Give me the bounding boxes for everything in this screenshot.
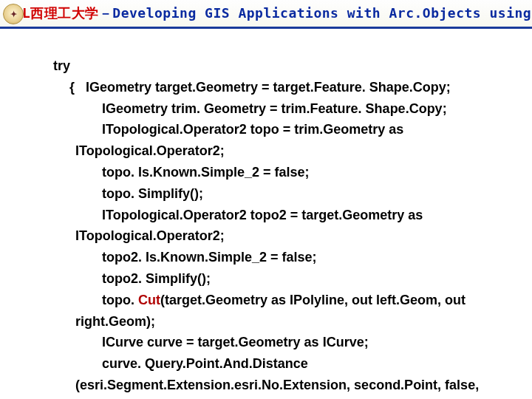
course-title: Developing GIS Applications with Arc.Obj…	[112, 5, 532, 21]
code-text: ITopological.Operator2;	[75, 143, 225, 158]
code-line: try	[53, 55, 526, 77]
code-text: (esri.Segment.Extension.esri.No.Extensio…	[75, 378, 479, 392]
code-line: ITopological.Operator2;	[75, 140, 526, 162]
code-line: ICurve curve = target.Geometry as ICurve…	[75, 332, 526, 353]
code-text: IGeometry target.Geometry = target.Featu…	[86, 80, 451, 95]
code-text: topo. Simplify();	[102, 186, 203, 201]
code-text: topo.	[102, 293, 138, 307]
code-text: ITopological.Operator2 topo2 = target.Ge…	[102, 208, 423, 222]
code-text: ICurve curve = target.Geometry as ICurve…	[102, 335, 369, 349]
code-text: ITopological.Operator2;	[75, 228, 225, 243]
university-logo: ✦	[3, 4, 24, 24]
try-keyword: try	[53, 58, 70, 73]
code-line: right.Geom);	[75, 311, 526, 332]
code-content: try { IGeometry target.Geometry = target…	[0, 29, 532, 396]
code-text: right.Geom);	[75, 314, 155, 329]
code-line: curve. Query.Point.And.Distance	[75, 353, 526, 375]
code-line: topo. Is.Known.Simple_2 = false;	[75, 162, 526, 183]
code-line: { IGeometry target.Geometry = target.Fea…	[86, 77, 526, 98]
code-text: topo2. Is.Known.Simple_2 = false;	[102, 250, 317, 265]
code-line: topo2. Is.Known.Simple_2 = false;	[75, 247, 526, 268]
code-line: topo. Cut(target.Geometry as IPolyline, …	[75, 290, 526, 311]
separator: －	[99, 5, 113, 21]
code-text: ITopological.Operator2 topo = trim.Geome…	[102, 122, 403, 137]
code-text: topo. Is.Known.Simple_2 = false;	[102, 165, 310, 180]
open-brace: {	[69, 80, 75, 95]
header-bar: ✦ L西理工大学－Developing GIS Applications wit…	[0, 0, 532, 29]
header-title: L西理工大学－Developing GIS Applications with …	[22, 4, 532, 22]
code-text: topo2. Simplify();	[102, 271, 211, 286]
code-line: IGeometry trim. Geometry = trim.Feature.…	[75, 98, 526, 120]
cut-method: Cut	[138, 293, 160, 307]
code-line: topo2. Simplify();	[75, 268, 526, 290]
code-line: (esri.Segment.Extension.esri.No.Extensio…	[75, 375, 526, 396]
code-text: (target.Geometry as IPolyline, out left.…	[160, 293, 466, 307]
code-line: ITopological.Operator2 topo = trim.Geome…	[75, 119, 526, 140]
university-name: L西理工大学	[22, 5, 99, 21]
code-line: topo. Simplify();	[75, 183, 526, 205]
code-line: ITopological.Operator2;	[75, 225, 526, 247]
code-text: IGeometry trim. Geometry = trim.Feature.…	[102, 101, 447, 116]
code-line: ITopological.Operator2 topo2 = target.Ge…	[75, 205, 526, 226]
code-text: curve. Query.Point.And.Distance	[102, 356, 308, 371]
